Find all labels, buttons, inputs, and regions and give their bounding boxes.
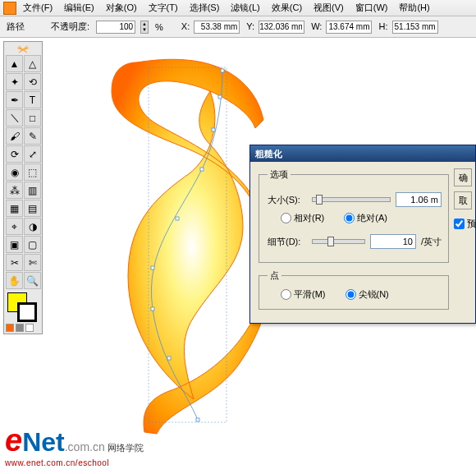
absolute-radio[interactable]: 绝对(A) bbox=[344, 212, 387, 224]
live-paint-select-tool-icon[interactable]: ▢ bbox=[24, 236, 41, 253]
eyedropper-tool-icon[interactable]: ⌖ bbox=[6, 218, 23, 235]
watermark-net: Net bbox=[22, 427, 65, 457]
menu-window[interactable]: 窗口(W) bbox=[350, 2, 393, 14]
menu-filter[interactable]: 滤镜(L) bbox=[226, 2, 264, 14]
svg-rect-4 bbox=[176, 217, 179, 220]
selection-type-label: 路径 bbox=[5, 21, 26, 33]
menu-file[interactable]: 文件(F) bbox=[18, 2, 57, 14]
svg-rect-5 bbox=[151, 266, 154, 269]
blend-tool-icon[interactable]: ◑ bbox=[24, 218, 41, 235]
preview-checkbox[interactable]: 预 bbox=[454, 218, 472, 230]
detail-unit: /英寸 bbox=[421, 236, 442, 248]
ok-button[interactable]: 确 bbox=[454, 168, 472, 186]
free-transform-tool-icon[interactable]: ⬚ bbox=[24, 163, 41, 181]
menu-object[interactable]: 对象(O) bbox=[101, 2, 142, 14]
svg-rect-6 bbox=[151, 307, 154, 311]
relative-radio[interactable]: 相对(R) bbox=[281, 212, 324, 224]
opacity-label: 不透明度: bbox=[49, 21, 91, 33]
selection-tool-icon[interactable]: ▲ bbox=[6, 55, 23, 72]
scissors-tool-icon[interactable]: ✄ bbox=[24, 254, 41, 271]
svg-rect-7 bbox=[167, 357, 171, 360]
detail-input[interactable] bbox=[370, 234, 416, 249]
menu-help[interactable]: 帮助(H) bbox=[394, 2, 434, 14]
menu-select[interactable]: 选择(S) bbox=[185, 2, 225, 14]
paintbrush-tool-icon[interactable]: 🖌 bbox=[6, 127, 23, 145]
opacity-unit: % bbox=[155, 22, 163, 32]
svg-rect-1 bbox=[218, 95, 222, 99]
w-label: W: bbox=[309, 21, 323, 31]
svg-rect-3 bbox=[200, 168, 204, 171]
roughen-dialog: 粗糙化 选项 大小(S): 相对(R) 绝对(A) 细节(D): bbox=[249, 145, 476, 324]
color-picker[interactable] bbox=[6, 292, 40, 322]
dialog-title: 粗糙化 bbox=[255, 148, 282, 160]
rotate-tool-icon[interactable]: ⟳ bbox=[6, 145, 23, 163]
size-input[interactable] bbox=[396, 192, 442, 207]
direct-selection-tool-icon[interactable]: △ bbox=[24, 55, 41, 72]
options-fieldset: 选项 大小(S): 相对(R) 绝对(A) 细节(D): bbox=[259, 168, 449, 263]
detail-label: 细节(D): bbox=[268, 236, 307, 248]
live-paint-tool-icon[interactable]: ▣ bbox=[6, 236, 23, 253]
smooth-radio[interactable]: 平滑(M) bbox=[281, 288, 326, 301]
stroke-swatch[interactable] bbox=[17, 302, 37, 322]
symbol-sprayer-tool-icon[interactable]: ⁂ bbox=[6, 182, 23, 199]
absolute-label: 绝对(A) bbox=[357, 212, 387, 224]
corner-radio[interactable]: 尖锐(N) bbox=[346, 288, 389, 301]
relative-label: 相对(R) bbox=[294, 212, 324, 224]
lasso-tool-icon[interactable]: ⟲ bbox=[24, 73, 41, 90]
h-input[interactable] bbox=[392, 21, 438, 34]
mesh-tool-icon[interactable]: ▦ bbox=[6, 200, 23, 217]
scale-tool-icon[interactable]: ⤢ bbox=[24, 145, 41, 163]
menu-view[interactable]: 视图(V) bbox=[309, 2, 349, 14]
h-label: H: bbox=[377, 21, 389, 31]
zoom-tool-icon[interactable]: 🔍 bbox=[24, 272, 41, 289]
swatch-orange[interactable] bbox=[6, 324, 14, 332]
type-tool-icon[interactable]: T bbox=[24, 91, 41, 108]
control-bar: 路径 不透明度: ▲▼ % X: Y: W: H: bbox=[0, 16, 476, 38]
line-tool-icon[interactable]: ＼ bbox=[6, 109, 23, 127]
toolbox: ▲ △ ✦ ⟲ ✒ T ＼ □ 🖌 ✎ ⟳ ⤢ ◉ ⬚ ⁂ ▥ ▦ ▤ ⌖ ◑ … bbox=[3, 41, 43, 334]
slice-tool-icon[interactable]: ✂ bbox=[6, 254, 23, 271]
pen-tool-icon[interactable]: ✒ bbox=[6, 91, 23, 108]
watermark: eNet.com.cn 网络学院 www.enet.com.cn/eschool bbox=[5, 423, 144, 467]
magic-wand-tool-icon[interactable]: ✦ bbox=[6, 73, 23, 90]
size-slider[interactable] bbox=[312, 197, 391, 202]
watermark-e: e bbox=[5, 423, 22, 458]
rectangle-tool-icon[interactable]: □ bbox=[24, 109, 41, 127]
w-input[interactable] bbox=[326, 21, 372, 34]
dialog-titlebar[interactable]: 粗糙化 bbox=[250, 145, 475, 162]
detail-slider-thumb[interactable] bbox=[327, 237, 334, 246]
hand-tool-icon[interactable]: ✋ bbox=[6, 272, 23, 289]
pencil-tool-icon[interactable]: ✎ bbox=[24, 127, 41, 145]
svg-rect-8 bbox=[196, 418, 199, 421]
menu-effect[interactable]: 效果(C) bbox=[267, 2, 307, 14]
x-label: X: bbox=[180, 21, 191, 31]
size-slider-thumb[interactable] bbox=[316, 195, 323, 205]
gradient-tool-icon[interactable]: ▤ bbox=[24, 200, 41, 217]
toolbox-header-icon bbox=[6, 44, 40, 55]
menu-type[interactable]: 文字(T) bbox=[144, 2, 183, 14]
x-input[interactable] bbox=[194, 21, 240, 34]
points-fieldset: 点 平滑(M) 尖锐(N) bbox=[259, 269, 449, 310]
swatch-gray[interactable] bbox=[16, 324, 24, 332]
y-label: Y: bbox=[245, 21, 256, 31]
menu-edit[interactable]: 编辑(E) bbox=[59, 2, 99, 14]
app-icon bbox=[3, 2, 16, 15]
points-legend: 点 bbox=[268, 269, 281, 282]
options-legend: 选项 bbox=[268, 168, 291, 181]
watermark-url: www.enet.com.cn/eschool bbox=[5, 458, 144, 467]
opacity-spinner[interactable]: ▲▼ bbox=[140, 21, 149, 34]
cancel-button[interactable]: 取 bbox=[454, 191, 472, 209]
graph-tool-icon[interactable]: ▥ bbox=[24, 182, 41, 199]
svg-rect-2 bbox=[212, 128, 215, 131]
detail-slider[interactable] bbox=[312, 239, 365, 244]
warp-tool-icon[interactable]: ◉ bbox=[6, 163, 23, 181]
corner-label: 尖锐(N) bbox=[359, 288, 389, 301]
watermark-zh: 网络学院 bbox=[108, 443, 144, 453]
size-label: 大小(S): bbox=[268, 194, 307, 206]
smooth-label: 平滑(M) bbox=[294, 288, 326, 301]
opacity-input[interactable] bbox=[96, 21, 135, 34]
y-input[interactable] bbox=[259, 21, 304, 34]
swatch-white[interactable] bbox=[25, 324, 34, 332]
preview-label: 预 bbox=[467, 218, 476, 230]
watermark-com: .com.cn bbox=[65, 440, 105, 453]
